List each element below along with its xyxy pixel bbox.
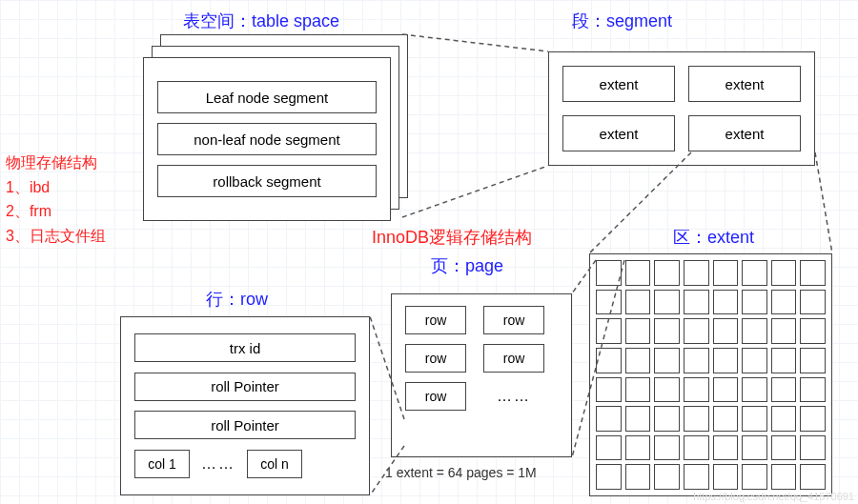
page-cell — [684, 377, 709, 403]
page-cell — [654, 260, 680, 286]
col-1: col 1 — [134, 450, 190, 478]
page-cell — [596, 406, 622, 432]
row-title: 行：row — [206, 288, 268, 311]
extent-title: 区：extent — [673, 226, 754, 249]
page-cell — [800, 318, 826, 344]
page-cell — [684, 435, 709, 461]
physical-storage-list: 物理存储结构 1、ibd 2、frm 3、日志文件组 — [6, 151, 106, 248]
row-cell: row — [405, 382, 466, 411]
page-cell — [654, 464, 680, 490]
svg-line-0 — [402, 34, 548, 51]
tablespace-title: 表空间：table space — [183, 10, 339, 32]
page-cell — [625, 348, 651, 373]
page-cell — [713, 464, 739, 490]
tablespace-panel-front: Leaf node segment non-leaf node segment … — [143, 57, 391, 221]
page-cell — [800, 435, 826, 461]
page-cell — [771, 464, 797, 490]
row-roll-pointer: roll Pointer — [134, 411, 356, 439]
center-title: InnoDB逻辑存储结构 — [372, 226, 532, 249]
page-cell — [684, 290, 709, 315]
page-cell — [742, 377, 767, 403]
page-cell — [771, 348, 797, 373]
page-cell — [684, 406, 709, 432]
page-cell — [800, 464, 826, 490]
page-cell — [771, 290, 797, 315]
page-cell — [800, 406, 826, 432]
segment-box: extent extent extent extent — [548, 51, 815, 166]
page-cell — [596, 435, 622, 461]
row-roll-pointer: roll Pointer — [134, 373, 356, 401]
page-cell — [684, 348, 709, 373]
page-cell — [654, 318, 680, 344]
row-trx-id: trx id — [134, 333, 356, 362]
segment-non-leaf-node: non-leaf node segment — [157, 123, 377, 155]
segment-title: 段：segment — [572, 10, 672, 32]
row-cell: row — [483, 344, 544, 373]
page-cell — [771, 377, 797, 403]
page-cell — [713, 377, 739, 403]
page-cell — [596, 348, 622, 373]
page-cell — [742, 290, 767, 315]
page-cell — [713, 290, 739, 315]
page-cell — [625, 290, 651, 315]
page-cell — [742, 318, 767, 344]
svg-line-1 — [402, 166, 548, 217]
page-cell — [625, 435, 651, 461]
tablespace-stack: Leaf node segment non-leaf node segment … — [143, 34, 402, 223]
row-cell: row — [483, 306, 544, 334]
page-cell — [771, 260, 797, 286]
page-cell — [684, 318, 709, 344]
extent-cell: extent — [688, 66, 801, 102]
extent-footnote: 1 extent = 64 pages = 1M — [385, 465, 537, 480]
segment-rollback: rollback segment — [157, 165, 377, 197]
page-cell — [742, 260, 767, 286]
page-cell — [684, 464, 709, 490]
page-cell — [713, 318, 739, 344]
ellipsis: …… — [483, 382, 544, 411]
extent-grid — [589, 253, 832, 496]
page-cell — [800, 377, 826, 403]
page-cell — [713, 406, 739, 432]
row-cell: row — [405, 344, 466, 373]
page-cell — [713, 435, 739, 461]
physical-line3: 3、日志文件组 — [6, 224, 106, 249]
segment-leaf-node: Leaf node segment — [157, 81, 377, 113]
page-box: row row row row row …… — [391, 293, 572, 457]
page-cell — [771, 406, 797, 432]
extent-cell: extent — [562, 66, 675, 102]
watermark: https://blog.csdn.net/qq_41570691 — [693, 491, 854, 502]
col-n: col n — [247, 450, 302, 478]
page-cell — [800, 290, 826, 315]
page-cell — [654, 348, 680, 373]
extent-cell: extent — [562, 115, 675, 151]
page-cell — [596, 377, 622, 403]
page-cell — [771, 318, 797, 344]
row-cell: row — [405, 306, 466, 334]
page-cell — [625, 464, 651, 490]
page-cell — [654, 406, 680, 432]
page-cell — [596, 318, 622, 344]
page-cell — [742, 406, 767, 432]
page-cell — [654, 377, 680, 403]
page-cell — [596, 290, 622, 315]
page-title: 页：page — [431, 254, 503, 277]
physical-heading: 物理存储结构 — [6, 151, 106, 175]
page-cell — [596, 260, 622, 286]
page-cell — [625, 406, 651, 432]
physical-line2: 2、frm — [6, 199, 106, 224]
page-cell — [654, 435, 680, 461]
page-cell — [800, 348, 826, 373]
physical-line1: 1、ibd — [6, 175, 106, 200]
row-box: trx id roll Pointer roll Pointer col 1 …… — [120, 316, 370, 495]
page-cell — [625, 260, 651, 286]
ellipsis: …… — [201, 455, 235, 473]
page-cell — [684, 260, 709, 286]
extent-cell: extent — [688, 115, 801, 151]
page-cell — [742, 464, 767, 490]
page-cell — [596, 464, 622, 490]
page-cell — [713, 348, 739, 373]
page-cell — [625, 377, 651, 403]
page-cell — [771, 435, 797, 461]
page-cell — [713, 260, 739, 286]
svg-line-3 — [815, 152, 832, 253]
